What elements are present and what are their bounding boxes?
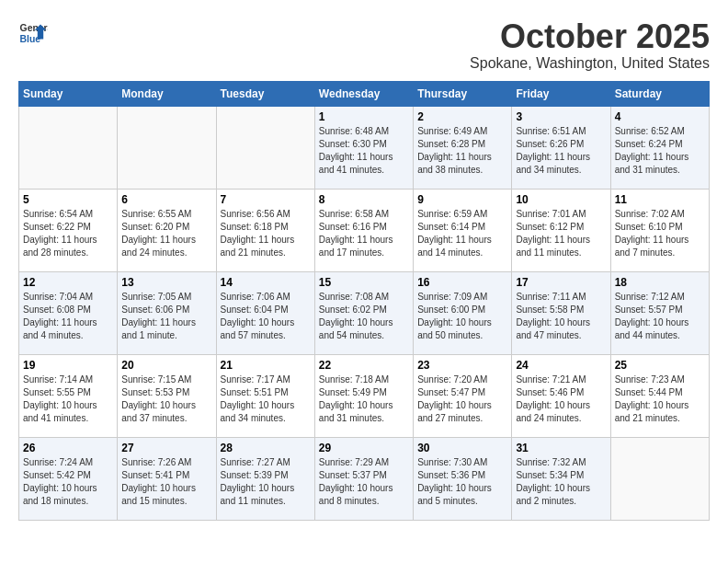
weekday-header-sunday: Sunday [19, 81, 118, 106]
calendar-cell [216, 106, 314, 189]
day-number: 23 [417, 359, 507, 372]
day-info: Sunrise: 7:30 AMSunset: 5:36 PMDaylight:… [417, 456, 507, 508]
day-number: 2 [417, 110, 507, 123]
logo-icon: General Blue [18, 18, 48, 48]
calendar-cell: 31Sunrise: 7:32 AMSunset: 5:34 PMDayligh… [512, 437, 610, 520]
day-info: Sunrise: 7:18 AMSunset: 5:49 PMDaylight:… [319, 373, 409, 425]
weekday-header-thursday: Thursday [414, 81, 512, 106]
calendar-cell: 11Sunrise: 7:02 AMSunset: 6:10 PMDayligh… [610, 189, 709, 271]
calendar-cell: 20Sunrise: 7:15 AMSunset: 5:53 PMDayligh… [118, 354, 216, 437]
calendar-cell [610, 437, 709, 520]
page-header: General Blue October 2025 Spokane, Washi… [18, 18, 710, 72]
day-info: Sunrise: 7:26 AMSunset: 5:41 PMDaylight:… [121, 456, 211, 508]
calendar-cell: 17Sunrise: 7:11 AMSunset: 5:58 PMDayligh… [512, 271, 610, 354]
calendar-cell: 18Sunrise: 7:12 AMSunset: 5:57 PMDayligh… [610, 271, 709, 354]
day-number: 10 [516, 193, 606, 206]
weekday-header-row: SundayMondayTuesdayWednesdayThursdayFrid… [19, 81, 710, 106]
day-number: 16 [417, 276, 507, 289]
calendar-cell: 30Sunrise: 7:30 AMSunset: 5:36 PMDayligh… [414, 437, 512, 520]
day-info: Sunrise: 7:14 AMSunset: 5:55 PMDaylight:… [23, 373, 113, 425]
calendar-cell: 25Sunrise: 7:23 AMSunset: 5:44 PMDayligh… [610, 354, 709, 437]
day-info: Sunrise: 7:05 AMSunset: 6:06 PMDaylight:… [121, 291, 211, 342]
calendar-cell: 3Sunrise: 6:51 AMSunset: 6:26 PMDaylight… [512, 106, 610, 189]
calendar-cell: 15Sunrise: 7:08 AMSunset: 6:02 PMDayligh… [314, 271, 413, 354]
day-number: 21 [221, 359, 311, 372]
calendar-week-3: 12Sunrise: 7:04 AMSunset: 6:08 PMDayligh… [19, 271, 710, 354]
calendar-cell: 8Sunrise: 6:58 AMSunset: 6:16 PMDaylight… [314, 189, 413, 271]
day-number: 17 [516, 276, 606, 289]
day-info: Sunrise: 7:12 AMSunset: 5:57 PMDaylight:… [615, 291, 705, 342]
title-block: October 2025 Spokane, Washington, United… [470, 18, 710, 72]
day-info: Sunrise: 7:15 AMSunset: 5:53 PMDaylight:… [121, 373, 211, 425]
calendar-week-4: 19Sunrise: 7:14 AMSunset: 5:55 PMDayligh… [19, 354, 710, 437]
day-number: 30 [417, 442, 507, 454]
weekday-header-monday: Monday [118, 81, 216, 106]
calendar-cell [19, 106, 118, 189]
day-number: 29 [319, 442, 409, 454]
calendar-cell: 19Sunrise: 7:14 AMSunset: 5:55 PMDayligh… [19, 354, 118, 437]
location: Spokane, Washington, United States [470, 55, 710, 72]
day-info: Sunrise: 7:06 AMSunset: 6:04 PMDaylight:… [221, 291, 311, 342]
day-number: 24 [516, 359, 606, 372]
day-info: Sunrise: 7:27 AMSunset: 5:39 PMDaylight:… [221, 456, 311, 508]
day-number: 13 [121, 276, 211, 289]
calendar-cell: 1Sunrise: 6:48 AMSunset: 6:30 PMDaylight… [314, 106, 413, 189]
day-info: Sunrise: 6:48 AMSunset: 6:30 PMDaylight:… [319, 125, 409, 177]
day-number: 1 [319, 110, 409, 123]
day-info: Sunrise: 7:01 AMSunset: 6:12 PMDaylight:… [516, 208, 606, 259]
day-number: 12 [23, 276, 113, 289]
calendar-cell: 28Sunrise: 7:27 AMSunset: 5:39 PMDayligh… [216, 437, 314, 520]
calendar-table: SundayMondayTuesdayWednesdayThursdayFrid… [18, 81, 710, 521]
calendar-cell: 27Sunrise: 7:26 AMSunset: 5:41 PMDayligh… [118, 437, 216, 520]
logo: General Blue [18, 18, 48, 48]
calendar-cell: 14Sunrise: 7:06 AMSunset: 6:04 PMDayligh… [216, 271, 314, 354]
day-number: 14 [221, 276, 311, 289]
day-info: Sunrise: 7:08 AMSunset: 6:02 PMDaylight:… [319, 291, 409, 342]
calendar-cell: 7Sunrise: 6:56 AMSunset: 6:18 PMDaylight… [216, 189, 314, 271]
day-number: 11 [615, 193, 705, 206]
month-title: October 2025 [470, 18, 710, 55]
day-number: 3 [516, 110, 606, 123]
day-number: 25 [615, 359, 705, 372]
calendar-cell: 16Sunrise: 7:09 AMSunset: 6:00 PMDayligh… [414, 271, 512, 354]
calendar-cell: 6Sunrise: 6:55 AMSunset: 6:20 PMDaylight… [118, 189, 216, 271]
day-info: Sunrise: 6:54 AMSunset: 6:22 PMDaylight:… [23, 208, 113, 259]
weekday-header-friday: Friday [512, 81, 610, 106]
day-number: 6 [121, 193, 211, 206]
day-number: 7 [221, 193, 311, 206]
calendar-cell: 12Sunrise: 7:04 AMSunset: 6:08 PMDayligh… [19, 271, 118, 354]
day-number: 8 [319, 193, 409, 206]
calendar-week-2: 5Sunrise: 6:54 AMSunset: 6:22 PMDaylight… [19, 189, 710, 271]
day-info: Sunrise: 6:59 AMSunset: 6:14 PMDaylight:… [417, 208, 507, 259]
calendar-week-1: 1Sunrise: 6:48 AMSunset: 6:30 PMDaylight… [19, 106, 710, 189]
day-info: Sunrise: 6:58 AMSunset: 6:16 PMDaylight:… [319, 208, 409, 259]
day-info: Sunrise: 7:09 AMSunset: 6:00 PMDaylight:… [417, 291, 507, 342]
calendar-cell: 9Sunrise: 6:59 AMSunset: 6:14 PMDaylight… [414, 189, 512, 271]
day-number: 27 [121, 442, 211, 454]
calendar-cell [118, 106, 216, 189]
calendar-cell: 13Sunrise: 7:05 AMSunset: 6:06 PMDayligh… [118, 271, 216, 354]
day-info: Sunrise: 7:11 AMSunset: 5:58 PMDaylight:… [516, 291, 606, 342]
calendar-cell: 21Sunrise: 7:17 AMSunset: 5:51 PMDayligh… [216, 354, 314, 437]
day-number: 22 [319, 359, 409, 372]
weekday-header-wednesday: Wednesday [314, 81, 413, 106]
calendar-week-5: 26Sunrise: 7:24 AMSunset: 5:42 PMDayligh… [19, 437, 710, 520]
day-info: Sunrise: 6:56 AMSunset: 6:18 PMDaylight:… [221, 208, 311, 259]
day-number: 31 [516, 442, 606, 454]
calendar-cell: 5Sunrise: 6:54 AMSunset: 6:22 PMDaylight… [19, 189, 118, 271]
calendar-cell: 10Sunrise: 7:01 AMSunset: 6:12 PMDayligh… [512, 189, 610, 271]
day-info: Sunrise: 7:29 AMSunset: 5:37 PMDaylight:… [319, 456, 409, 508]
day-number: 28 [221, 442, 311, 454]
day-info: Sunrise: 7:17 AMSunset: 5:51 PMDaylight:… [221, 373, 311, 425]
weekday-header-tuesday: Tuesday [216, 81, 314, 106]
weekday-header-saturday: Saturday [610, 81, 709, 106]
day-info: Sunrise: 7:04 AMSunset: 6:08 PMDaylight:… [23, 291, 113, 342]
day-number: 9 [417, 193, 507, 206]
calendar-cell: 29Sunrise: 7:29 AMSunset: 5:37 PMDayligh… [314, 437, 413, 520]
day-info: Sunrise: 6:52 AMSunset: 6:24 PMDaylight:… [615, 125, 705, 177]
day-number: 5 [23, 193, 113, 206]
day-info: Sunrise: 7:32 AMSunset: 5:34 PMDaylight:… [516, 456, 606, 508]
calendar-cell: 23Sunrise: 7:20 AMSunset: 5:47 PMDayligh… [414, 354, 512, 437]
calendar-cell: 2Sunrise: 6:49 AMSunset: 6:28 PMDaylight… [414, 106, 512, 189]
day-info: Sunrise: 7:23 AMSunset: 5:44 PMDaylight:… [615, 373, 705, 425]
